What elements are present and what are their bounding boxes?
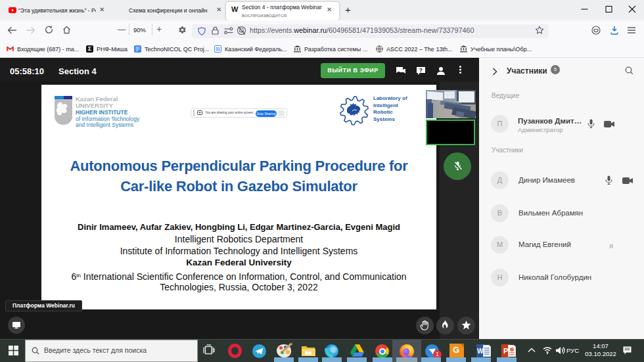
svg-text:?: ? [419,67,423,74]
